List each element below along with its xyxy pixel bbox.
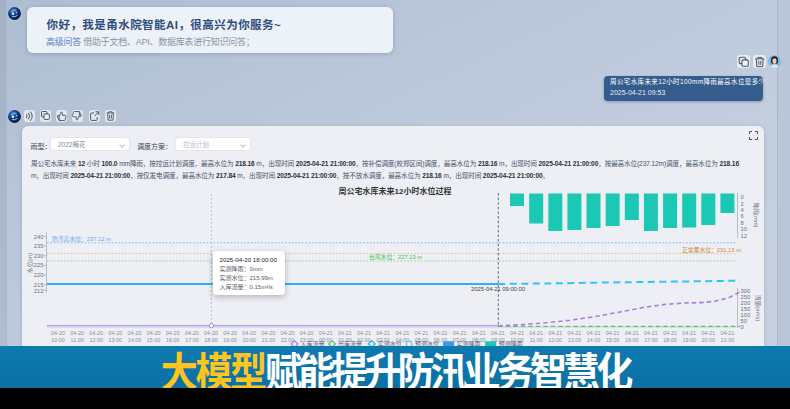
svg-text:台风水位：227.13 m: 台风水位：227.13 m <box>369 252 422 261</box>
svg-text:230: 230 <box>34 251 44 260</box>
svg-text:正常蓄水位：231.13 m: 正常蓄水位：231.13 m <box>682 245 741 254</box>
svg-text:240: 240 <box>34 232 44 241</box>
svg-text:降雨(mm): 降雨(mm) <box>752 202 761 227</box>
svg-text:2025-04-21 09:00:00: 2025-04-21 09:00:00 <box>471 284 525 293</box>
svg-text:235: 235 <box>34 241 44 250</box>
svg-text:212: 212 <box>34 286 44 295</box>
svg-text:水位(m): 水位(m) <box>25 253 34 273</box>
svg-text:12: 12 <box>741 231 747 240</box>
svg-text:220: 220 <box>34 270 44 279</box>
svg-text:防汛高水位：237.12 m: 防汛高水位：237.12 m <box>52 234 111 243</box>
svg-text:225: 225 <box>34 260 44 269</box>
svg-text:0: 0 <box>741 322 744 331</box>
svg-text:流量(m³/s): 流量(m³/s) <box>754 295 763 322</box>
